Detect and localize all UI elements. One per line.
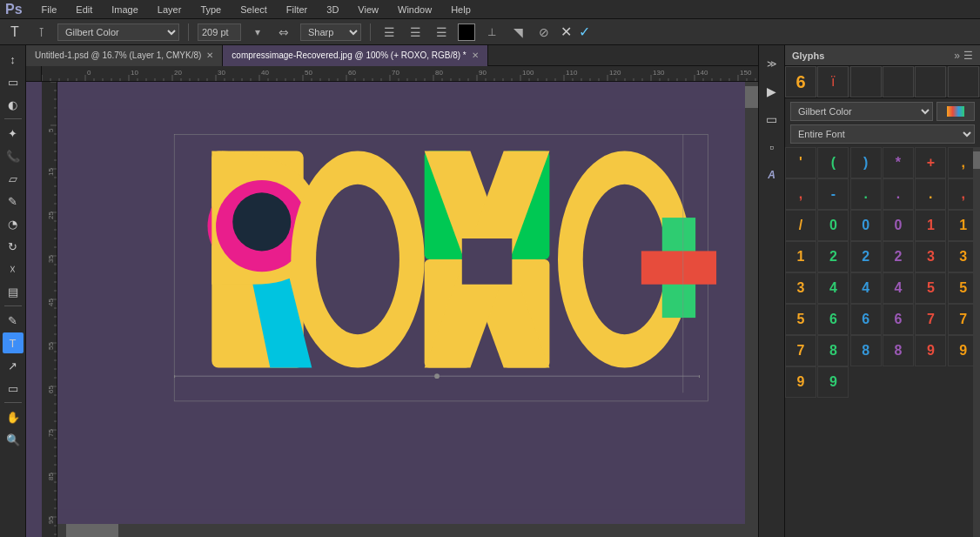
glyph-cell-22[interactable]: 3: [915, 241, 946, 272]
tab-untitled[interactable]: Untitled-1.psd @ 16.7% (Layer 1, CMYK/8)…: [26, 45, 223, 66]
panel-play-btn[interactable]: ▶: [759, 78, 785, 104]
glyph-cell-39[interactable]: 8: [883, 335, 914, 366]
glyph-cell-3[interactable]: *: [883, 147, 914, 178]
canvas-viewport[interactable]: [57, 82, 758, 537]
glyphs-font-color[interactable]: [936, 102, 975, 121]
lasso-tool[interactable]: ◐: [3, 94, 23, 115]
menu-select[interactable]: Select: [237, 3, 271, 17]
glyph-cell-43[interactable]: 9: [817, 366, 849, 398]
menu-layer[interactable]: Layer: [154, 3, 185, 17]
vertical-scrollbar[interactable]: [745, 82, 758, 524]
text-color-swatch[interactable]: [458, 23, 475, 41]
menu-image[interactable]: Image: [108, 3, 142, 17]
baseline-shift-icon[interactable]: ⊥: [482, 26, 501, 38]
glyphs-category-select[interactable]: Entire Font: [790, 124, 975, 144]
horizontal-scroll-thumb[interactable]: [66, 524, 118, 537]
font-size-input[interactable]: [198, 23, 241, 41]
spot-heal-tool[interactable]: ▱: [3, 168, 23, 189]
cancel-button[interactable]: ✕: [560, 23, 572, 40]
3d-text-icon[interactable]: ◥: [508, 25, 527, 39]
menu-view[interactable]: View: [354, 3, 382, 17]
align-right-icon[interactable]: ☰: [432, 25, 451, 39]
glyphs-panel-icon[interactable]: A: [759, 162, 785, 188]
glyph-cell-0[interactable]: ': [785, 147, 816, 178]
glyph-cell-6[interactable]: ,: [785, 178, 816, 210]
glyph-cell-20[interactable]: 2: [850, 241, 882, 272]
glyph-scroll-thumb[interactable]: [973, 151, 980, 169]
history-brush-tool[interactable]: ↻: [3, 236, 23, 257]
warp-text-icon[interactable]: ⊺: [31, 25, 50, 39]
glyph-cell-13[interactable]: 0: [817, 210, 849, 241]
glyph-cell-28[interactable]: 5: [915, 272, 946, 304]
tab-untitled-close[interactable]: ✕: [206, 50, 213, 60]
zoom-tool[interactable]: 🔍: [3, 429, 23, 450]
anti-alias-select[interactable]: Sharp: [300, 23, 361, 41]
menu-edit[interactable]: Edit: [72, 3, 96, 17]
glyph-cell-19[interactable]: 2: [817, 241, 849, 272]
align-left-icon[interactable]: ☰: [379, 25, 399, 39]
glyph-cell-1[interactable]: (: [817, 147, 849, 178]
recent-glyph-umlaut[interactable]: ï: [817, 66, 849, 97]
clone-tool[interactable]: ◔: [3, 213, 23, 234]
panel-expand-btn[interactable]: ≫: [759, 50, 785, 77]
move-tool[interactable]: ↕: [3, 49, 23, 70]
glyph-cell-37[interactable]: 8: [817, 335, 849, 366]
glyph-cell-31[interactable]: 6: [817, 304, 849, 335]
glyph-cell-30[interactable]: 5: [785, 304, 816, 335]
panel-adjust-btn[interactable]: ▫: [759, 134, 785, 160]
glyph-scroll-track[interactable]: [973, 147, 980, 537]
brush-tool[interactable]: ✎: [3, 191, 23, 211]
recent-glyph-empty-1[interactable]: [850, 66, 882, 97]
glyph-cell-14[interactable]: 0: [850, 210, 882, 241]
glyph-cell-40[interactable]: 9: [915, 335, 946, 366]
marquee-tool[interactable]: ▭: [3, 71, 23, 92]
tab-compressimage-close[interactable]: ✕: [472, 50, 479, 60]
menu-help[interactable]: Help: [447, 3, 474, 17]
eraser-tool[interactable]: ☓: [3, 258, 23, 279]
glyph-cell-9[interactable]: .: [883, 178, 914, 210]
glyphs-menu-icon[interactable]: ☰: [963, 50, 973, 62]
glyph-cell-33[interactable]: 6: [883, 304, 914, 335]
hand-tool[interactable]: ✋: [3, 406, 23, 427]
glyph-cell-21[interactable]: 2: [883, 241, 914, 272]
glyphs-expand-icon[interactable]: »: [954, 50, 960, 62]
glyph-cell-16[interactable]: 1: [915, 210, 946, 241]
font-family-select[interactable]: Gilbert Color: [57, 23, 179, 41]
glyph-cell-15[interactable]: 0: [883, 210, 914, 241]
align-center-icon[interactable]: ☰: [406, 25, 425, 39]
glyph-cell-27[interactable]: 4: [883, 272, 914, 304]
recent-glyph-empty-3[interactable]: [915, 66, 946, 97]
glyph-cell-26[interactable]: 4: [850, 272, 882, 304]
gradient-tool[interactable]: ▤: [3, 281, 23, 302]
glyph-cell-4[interactable]: +: [915, 147, 946, 178]
menu-filter[interactable]: Filter: [283, 3, 311, 17]
recent-glyph-empty-2[interactable]: [883, 66, 914, 97]
glyph-cell-38[interactable]: 8: [850, 335, 882, 366]
glyphs-font-select[interactable]: Gilbert Color: [790, 102, 933, 121]
panel-layers-btn[interactable]: ▭: [759, 106, 785, 132]
glyph-grid[interactable]: '()*+,,-...,/000111222333444555666777888…: [785, 147, 980, 537]
pen-tool[interactable]: ✎: [3, 310, 23, 331]
glyph-cell-2[interactable]: ): [850, 147, 882, 178]
recent-glyph-empty-4[interactable]: [948, 66, 979, 97]
confirm-button[interactable]: ✓: [579, 23, 590, 40]
glyph-cell-18[interactable]: 1: [785, 241, 816, 272]
menu-file[interactable]: File: [38, 3, 61, 17]
horizontal-scrollbar[interactable]: [57, 524, 745, 537]
type-tool[interactable]: T: [3, 332, 23, 353]
glyph-cell-42[interactable]: 9: [785, 366, 816, 398]
glyph-cell-32[interactable]: 6: [850, 304, 882, 335]
glyph-cell-7[interactable]: -: [817, 178, 849, 210]
glyph-cell-36[interactable]: 7: [785, 335, 816, 366]
mask-icon[interactable]: ⊘: [534, 25, 554, 39]
menu-type[interactable]: Type: [197, 3, 225, 17]
glyph-cell-8[interactable]: .: [850, 178, 882, 210]
glyph-cell-34[interactable]: 7: [915, 304, 946, 335]
glyph-cell-12[interactable]: /: [785, 210, 816, 241]
shape-tool[interactable]: ▭: [3, 378, 23, 399]
menu-3d[interactable]: 3D: [323, 3, 342, 17]
glyph-cell-10[interactable]: .: [915, 178, 946, 210]
glyph-cell-25[interactable]: 4: [817, 272, 849, 304]
path-tool[interactable]: ↗: [3, 355, 23, 376]
menu-window[interactable]: Window: [394, 3, 435, 17]
